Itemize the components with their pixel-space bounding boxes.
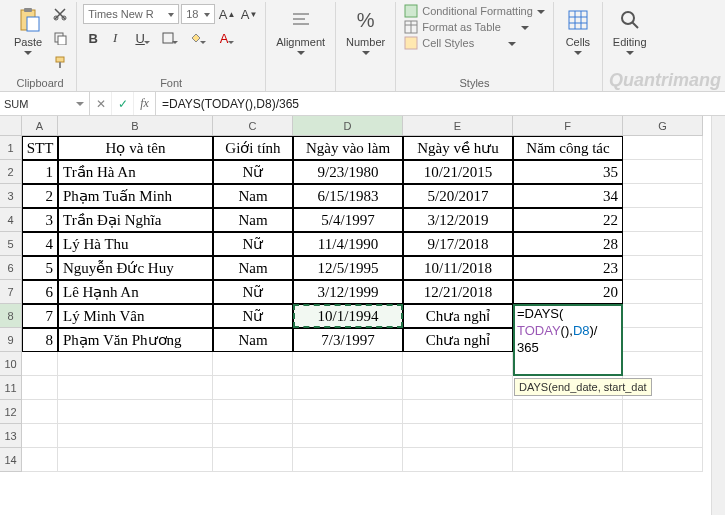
font-color-button[interactable]: A [211,28,237,48]
cell[interactable] [513,424,623,448]
cell[interactable] [22,424,58,448]
bold-button[interactable]: B [83,28,103,48]
row-header-12[interactable]: 12 [0,400,22,424]
cell[interactable] [623,208,703,232]
cell[interactable]: Nữ [213,232,293,256]
cell[interactable]: 9/17/2018 [403,232,513,256]
cell[interactable] [623,352,703,376]
cell[interactable] [623,304,703,328]
enter-button[interactable]: ✓ [112,92,134,115]
fill-color-button[interactable] [183,28,209,48]
font-size-combo[interactable]: 18 [181,4,215,24]
cell[interactable] [58,400,213,424]
cells-button[interactable]: Cells [560,4,596,57]
cell[interactable] [293,424,403,448]
cell[interactable] [22,352,58,376]
col-header-B[interactable]: B [58,116,213,136]
cancel-button[interactable]: ✕ [90,92,112,115]
row-header-10[interactable]: 10 [0,352,22,376]
cell[interactable]: Trần Hà An [58,160,213,184]
cell[interactable] [403,352,513,376]
cell[interactable]: 5/4/1997 [293,208,403,232]
cell[interactable] [213,376,293,400]
cell[interactable]: Họ và tên [58,136,213,160]
cell[interactable]: Nam [213,184,293,208]
cell[interactable]: Phạm Văn Phương [58,328,213,352]
cell[interactable]: 7/3/1997 [293,328,403,352]
row-header-7[interactable]: 7 [0,280,22,304]
cell[interactable]: Lý Hà Thu [58,232,213,256]
row-header-3[interactable]: 3 [0,184,22,208]
cell[interactable]: 8 [22,328,58,352]
cut-button[interactable] [50,4,70,24]
cell[interactable]: 5/20/2017 [403,184,513,208]
cell[interactable] [293,448,403,472]
cell[interactable]: 34 [513,184,623,208]
row-header-4[interactable]: 4 [0,208,22,232]
number-button[interactable]: % Number [342,4,389,57]
cell[interactable]: 1 [22,160,58,184]
cell[interactable]: Trần Đại Nghĩa [58,208,213,232]
conditional-formatting-button[interactable]: Conditional Formatting [402,4,547,18]
cell[interactable] [213,424,293,448]
cell[interactable]: 3/12/1999 [293,280,403,304]
shrink-font-button[interactable]: A▼ [239,4,259,24]
select-all-corner[interactable] [0,116,22,136]
cell[interactable]: 23 [513,256,623,280]
cell[interactable]: Ngày vào làm [293,136,403,160]
cell[interactable]: Nam [213,328,293,352]
cell[interactable] [293,400,403,424]
row-header-1[interactable]: 1 [0,136,22,160]
col-header-C[interactable]: C [213,116,293,136]
cell[interactable]: 22 [513,208,623,232]
cell[interactable]: Nam [213,256,293,280]
cell[interactable]: 2 [22,184,58,208]
cell[interactable]: Ngày về hưu [403,136,513,160]
row-header-5[interactable]: 5 [0,232,22,256]
row-header-13[interactable]: 13 [0,424,22,448]
cell[interactable] [623,256,703,280]
cell[interactable] [293,376,403,400]
formula-input[interactable]: =DAYS(TODAY(),D8)/365 [156,97,725,111]
col-header-E[interactable]: E [403,116,513,136]
italic-button[interactable]: I [105,28,125,48]
editing-button[interactable]: Editing [609,4,651,57]
col-header-F[interactable]: F [513,116,623,136]
font-name-combo[interactable]: Times New R [83,4,179,24]
cell[interactable]: Chưa nghỉ [403,304,513,328]
cell[interactable]: 6/15/1983 [293,184,403,208]
cell[interactable]: Nữ [213,304,293,328]
cell-styles-button[interactable]: Cell Styles [402,36,547,50]
col-header-G[interactable]: G [623,116,703,136]
cell[interactable] [403,376,513,400]
cell[interactable] [58,448,213,472]
cell[interactable] [623,328,703,352]
cell[interactable]: 20 [513,280,623,304]
cell[interactable] [403,448,513,472]
editing-formula-cell[interactable]: =DAYS(TODAY(),D8)/365 [513,304,623,376]
cell[interactable] [513,400,623,424]
cell[interactable]: 10/11/2018 [403,256,513,280]
cell[interactable]: 10/21/2015 [403,160,513,184]
paste-button[interactable]: Paste [10,4,46,57]
cell[interactable]: 9/23/1980 [293,160,403,184]
cell[interactable]: 12/21/2018 [403,280,513,304]
cell[interactable] [403,400,513,424]
cell[interactable] [623,160,703,184]
format-as-table-button[interactable]: Format as Table [402,20,547,34]
row-header-6[interactable]: 6 [0,256,22,280]
row-header-14[interactable]: 14 [0,448,22,472]
alignment-button[interactable]: Alignment [272,4,329,57]
copy-button[interactable] [50,28,70,48]
row-header-2[interactable]: 2 [0,160,22,184]
cell[interactable] [22,448,58,472]
grow-font-button[interactable]: A▲ [217,4,237,24]
cell[interactable]: Chưa nghỉ [403,328,513,352]
cell[interactable]: 4 [22,232,58,256]
cell[interactable] [22,400,58,424]
cell[interactable] [213,400,293,424]
name-box[interactable]: SUM [0,92,90,115]
cell[interactable]: 5 [22,256,58,280]
row-header-9[interactable]: 9 [0,328,22,352]
cell[interactable] [213,352,293,376]
